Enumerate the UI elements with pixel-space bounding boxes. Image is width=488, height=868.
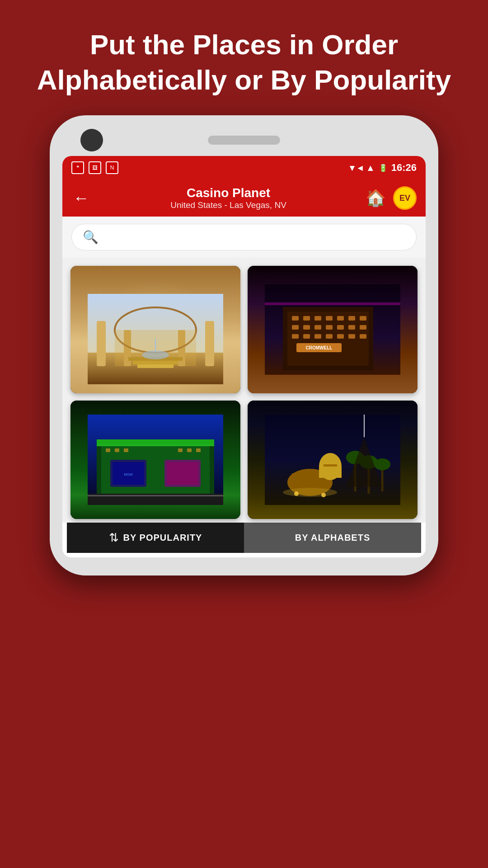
status-icons-right: ▾ ◂ ▲ 🔋 16:26 [350,162,417,174]
svg-rect-44 [97,444,214,446]
alphabets-button[interactable]: BY ALPHABETS [244,523,421,553]
place-image-luxor [248,401,418,519]
phone-notch-area [62,129,426,151]
ev-badge[interactable]: EV [393,186,417,210]
svg-text:CROMWELL: CROMWELL [306,345,333,350]
place-card-luxor[interactable]: Casino at Luxor Las Vegas [248,401,418,519]
svg-point-73 [294,491,299,496]
svg-rect-20 [337,316,344,321]
svg-rect-51 [115,448,119,452]
svg-rect-49 [167,462,198,485]
svg-rect-2 [97,321,106,366]
bottom-bar: ⇅ BY POPULARITY BY ALPHABETS [67,523,421,553]
svg-rect-3 [205,321,214,366]
svg-rect-22 [360,316,366,321]
place-card-mgm[interactable]: MGM [70,401,240,519]
svg-text:MGM: MGM [124,472,133,476]
place-image-cromwell: CROMWELL [248,266,418,393]
svg-rect-16 [292,316,299,321]
svg-rect-26 [326,325,333,330]
wifi-icon: ▾ [350,162,354,173]
app-header: ← Casino Planet United States - Las Vega… [62,179,426,217]
app-subtitle: United States - Las Vegas, NV [100,200,357,210]
place-card-palazzo[interactable]: Palazzo Resort Casino [70,266,240,393]
svg-rect-18 [314,316,321,321]
signal-icon-2: ▲ [366,163,375,173]
svg-rect-24 [303,325,310,330]
places-grid: Palazzo Resort Casino [62,258,426,523]
svg-rect-52 [124,448,128,452]
place-image-palazzo [70,266,240,393]
header-actions: 🏠 EV [366,186,417,210]
app-title: Casino Planet [100,186,357,200]
status-bar: ❝ 🖼 N ▾ ◂ ▲ 🔋 16:26 [62,156,426,179]
header-title-area: Casino Planet United States - Las Vegas,… [100,186,357,210]
search-icon: 🔍 [83,230,99,245]
svg-point-69 [374,458,390,470]
svg-rect-30 [292,334,299,339]
alphabets-label: BY ALPHABETS [295,533,370,543]
svg-rect-53 [178,448,183,452]
svg-rect-25 [314,325,321,330]
svg-rect-34 [337,334,344,339]
svg-rect-28 [348,325,355,330]
notification-icon: N [106,161,118,174]
svg-rect-32 [314,334,321,339]
place-image-mgm: MGM [70,401,240,519]
svg-point-11 [142,350,169,359]
svg-rect-54 [187,448,192,452]
sort-icon: ⇅ [109,531,119,545]
phone-camera [80,129,103,151]
svg-rect-43 [97,439,214,444]
svg-point-70 [283,488,337,497]
signal-icon: ◂ [358,162,362,173]
svg-point-74 [321,493,326,497]
image-icon: 🖼 [89,161,101,174]
home-icon[interactable]: 🏠 [366,189,386,208]
svg-rect-57 [88,495,223,496]
svg-rect-10 [137,364,174,368]
svg-rect-35 [348,334,355,339]
search-container: 🔍 [62,217,426,258]
svg-rect-62 [319,467,342,478]
svg-rect-50 [106,448,110,452]
svg-rect-39 [265,302,400,305]
popularity-label: BY POPULARITY [123,533,202,543]
status-icons-left: ❝ 🖼 N [71,161,118,174]
popularity-button[interactable]: ⇅ BY POPULARITY [67,523,244,553]
phone-wrapper: ❝ 🖼 N ▾ ◂ ▲ 🔋 16:26 ← Casino Planet [50,115,438,576]
svg-rect-17 [303,316,310,321]
svg-rect-36 [360,334,366,339]
svg-rect-9 [133,361,178,364]
status-time: 16:26 [391,162,417,174]
svg-rect-31 [303,334,310,339]
search-input[interactable] [105,231,405,243]
back-button[interactable]: ← [71,187,91,209]
phone-speaker [208,136,280,145]
search-bar[interactable]: 🔍 [71,224,417,250]
svg-rect-63 [324,464,337,467]
svg-rect-29 [360,325,366,330]
battery-icon: 🔋 [379,164,388,172]
phone-screen: ❝ 🖼 N ▾ ◂ ▲ 🔋 16:26 ← Casino Planet [62,156,426,557]
quote-icon: ❝ [71,161,84,174]
svg-rect-55 [196,448,201,452]
svg-rect-33 [326,334,333,339]
svg-rect-27 [337,325,344,330]
place-card-cromwell[interactable]: CROMWELL Casino at The Cromwell [248,266,418,393]
svg-rect-21 [348,316,355,321]
svg-rect-23 [292,325,299,330]
headline: Put the Places in Order Alphabetically o… [0,0,488,115]
svg-rect-19 [326,316,333,321]
